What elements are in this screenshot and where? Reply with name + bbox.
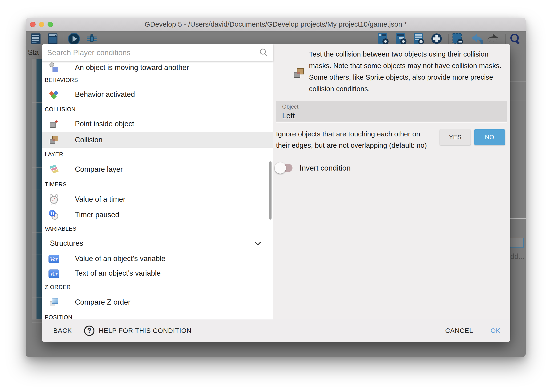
events-sheet-right-sliver: dd... <box>510 31 526 357</box>
z-order-icon <box>48 297 59 308</box>
help-icon[interactable]: ? <box>84 326 94 336</box>
list-item[interactable]: Timer paused <box>42 208 273 222</box>
list-scrollbar-thumb[interactable] <box>269 161 271 220</box>
traffic-lights <box>30 18 53 31</box>
list-section-header: POSITION <box>42 311 273 319</box>
list-item-selected[interactable]: Collision <box>42 132 273 148</box>
conditions-list: An object is moving toward another BEHAV… <box>42 61 273 319</box>
close-button[interactable] <box>30 22 35 27</box>
collision-icon <box>48 134 59 145</box>
add-subevent-icon <box>394 32 408 45</box>
timer-paused-icon <box>48 210 59 220</box>
list-item[interactable]: Value of a timer <box>42 191 273 208</box>
scene-tab-label: Sta <box>28 48 39 57</box>
events-sheet-rows <box>32 59 42 322</box>
desktop: GDevelop 5 - /Users/david/Documents/GDev… <box>0 0 552 392</box>
scene-editor-icon <box>46 32 59 45</box>
list-item[interactable]: Point inside object <box>42 116 273 132</box>
minimize-button[interactable] <box>39 22 44 27</box>
condition-editor-dialog: An object is moving toward another BEHAV… <box>42 44 510 342</box>
back-button[interactable]: BACK <box>53 327 72 335</box>
timer-icon <box>48 194 59 205</box>
compare-layer-icon <box>48 164 59 175</box>
variable-icon: Var <box>48 255 59 263</box>
undo-icon <box>469 32 483 45</box>
toolbar-divider <box>505 34 506 44</box>
list-item-label: Compare Z order <box>75 298 131 307</box>
chevron-down-icon[interactable] <box>254 240 262 246</box>
toolbar-divider <box>63 34 63 44</box>
redo-icon <box>487 32 500 45</box>
titlebar: GDevelop 5 - /Users/david/Documents/GDev… <box>26 18 526 31</box>
yes-button[interactable]: YES <box>440 129 470 145</box>
add-event-icon <box>377 32 390 45</box>
list-section-header: VARIABLES <box>42 222 273 235</box>
list-item-label: Value of a timer <box>75 195 125 203</box>
object-field-value: Left <box>282 112 295 120</box>
list-item-label: Behavior activated <box>75 90 135 99</box>
variable-icon: Var <box>48 269 59 278</box>
list-item[interactable]: Compare Z order <box>42 294 273 311</box>
list-item-label: Text of an object's variable <box>75 269 161 278</box>
invert-condition-label: Invert condition <box>300 164 351 172</box>
window-title: GDevelop 5 - /Users/david/Documents/GDev… <box>145 20 407 28</box>
list-item-label: Compare layer <box>75 165 123 174</box>
ignore-edges-label: Ignore objects that are touching each ot… <box>276 128 431 151</box>
play-preview-icon <box>67 32 81 45</box>
behavior-icon <box>48 89 59 100</box>
point-inside-icon <box>48 119 59 129</box>
focused-field-sliver <box>509 238 524 248</box>
list-item-label: Timer paused <box>75 211 119 219</box>
list-group-structures[interactable]: Structures <box>42 235 273 251</box>
invert-condition-toggle-thumb[interactable] <box>275 162 286 174</box>
list-section-header: COLLISION <box>42 103 273 116</box>
list-item[interactable]: Var Text of an object's variable <box>42 266 273 280</box>
list-item[interactable]: Compare layer <box>42 161 273 178</box>
list-item-label: Structures <box>50 239 83 248</box>
condition-detail-pane: Test the collision between two objects u… <box>273 44 510 319</box>
ok-button[interactable]: OK <box>490 327 500 335</box>
list-item-label: Collision <box>75 136 103 144</box>
list-item[interactable]: Behavior activated <box>42 86 273 103</box>
dialog-footer: BACK ? HELP FOR THIS CONDITION CANCEL OK <box>42 319 510 342</box>
add-action-label: dd... <box>510 252 524 261</box>
search-bar <box>42 44 273 61</box>
debug-icon <box>85 32 98 45</box>
object-field[interactable]: Object Left <box>276 101 507 122</box>
list-section-header: LAYER <box>42 148 273 161</box>
list-section-header: BEHAVIORS <box>42 74 273 86</box>
list-item-label: An object is moving toward another <box>75 63 189 72</box>
search-input[interactable] <box>42 48 259 57</box>
collision-icon <box>292 67 305 79</box>
scene-tab-underline <box>26 58 42 58</box>
conditions-pane: An object is moving toward another BEHAV… <box>42 44 273 319</box>
object-field-label: Object <box>282 103 298 110</box>
add-circle-icon <box>430 32 443 45</box>
list-section-header: TIMERS <box>42 178 273 191</box>
list-item[interactable]: Var Value of an object's variable <box>42 251 273 266</box>
zoom-button[interactable] <box>48 22 53 27</box>
gdevelop-window: GDevelop 5 - /Users/david/Documents/GDev… <box>26 18 526 357</box>
cancel-button[interactable]: CANCEL <box>445 327 473 335</box>
search-icon <box>259 47 269 58</box>
list-item[interactable]: An object is moving toward another <box>42 61 273 74</box>
condition-description: Test the collision between two objects u… <box>309 48 506 94</box>
no-button[interactable]: NO <box>474 129 505 145</box>
delete-event-icon <box>451 32 464 45</box>
add-comment-icon <box>412 32 426 45</box>
list-item-label: Point inside object <box>75 120 134 128</box>
events-sheet-icon <box>29 32 42 45</box>
window-content-dimmed: Sta dd... <box>26 31 526 357</box>
moving-toward-icon <box>48 62 59 73</box>
list-section-header: Z ORDER <box>42 280 273 294</box>
list-item-label: Value of an object's variable <box>75 254 165 263</box>
help-button[interactable]: HELP FOR THIS CONDITION <box>99 327 192 335</box>
